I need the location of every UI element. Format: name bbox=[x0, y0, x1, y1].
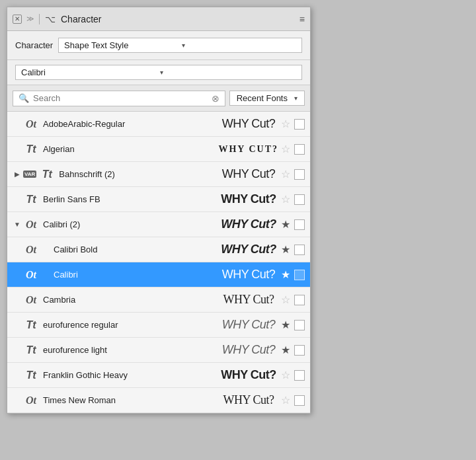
font-family-value: Calibri bbox=[21, 67, 157, 77]
opentype-icon: Ot bbox=[23, 393, 39, 408]
truetype-icon: Tt bbox=[23, 367, 39, 383]
font-checkbox[interactable] bbox=[294, 245, 305, 255]
font-preview-text: WHY Cut? bbox=[219, 243, 278, 256]
star-filled-icon[interactable]: ★ bbox=[281, 268, 290, 281]
font-preview-text: WHY Cut? bbox=[219, 117, 278, 131]
clear-search-button[interactable]: ⊗ bbox=[212, 93, 219, 104]
menu-icon[interactable]: ≡ bbox=[299, 14, 305, 24]
list-item[interactable]: OtCalibri BoldWHY Cut?★ bbox=[7, 237, 310, 262]
font-preview-text: WHY CUT? bbox=[218, 144, 278, 155]
expand-arrow-icon[interactable]: ▶ bbox=[13, 171, 22, 178]
list-item[interactable]: TtAlgerianWHY CUT?☆ bbox=[7, 137, 310, 162]
font-checkbox[interactable] bbox=[294, 144, 305, 155]
font-list: OtAdobeArabic-RegularWHY Cut?☆TtAlgerian… bbox=[7, 112, 310, 413]
list-item[interactable]: ▼OtCalibri (2)WHY Cut?★ bbox=[7, 212, 310, 237]
font-preview-text: WHY Cut? bbox=[219, 318, 278, 332]
font-preview-text: WHY Cut? bbox=[219, 268, 278, 282]
star-empty-icon[interactable]: ☆ bbox=[281, 168, 290, 180]
font-name-label: eurofurence light bbox=[43, 345, 219, 355]
font-name-label: Berlin Sans FB bbox=[43, 194, 219, 204]
star-empty-icon[interactable]: ☆ bbox=[281, 394, 290, 406]
list-item[interactable]: OtTimes New RomanWHY Cut?☆ bbox=[7, 388, 310, 413]
chevron-down-icon: ▾ bbox=[182, 42, 296, 49]
star-empty-icon[interactable]: ☆ bbox=[281, 118, 290, 130]
font-name-label: Cambria bbox=[43, 295, 219, 305]
title-bar: ✕ ≫ ⌥ Character ≡ bbox=[7, 7, 310, 31]
font-preview-text: WHY Cut? bbox=[219, 167, 278, 181]
character-panel: ✕ ≫ ⌥ Character ≡ Character Shape Text S… bbox=[7, 7, 311, 414]
font-checkbox[interactable] bbox=[294, 219, 305, 230]
font-name-label: Calibri bbox=[43, 270, 219, 280]
font-preview-text: WHY Cut? bbox=[219, 217, 278, 231]
font-checkbox[interactable] bbox=[294, 194, 305, 205]
star-empty-icon[interactable]: ☆ bbox=[281, 193, 290, 206]
list-item[interactable]: OtCalibriWHY Cut?★ bbox=[7, 262, 310, 288]
truetype-icon: Tt bbox=[23, 141, 39, 157]
font-name-label: AdobeArabic-Regular bbox=[43, 119, 219, 129]
truetype-icon: Tt bbox=[39, 167, 55, 182]
opentype-icon: Ot bbox=[23, 217, 39, 233]
search-icon: 🔍 bbox=[19, 93, 29, 103]
font-preview-text: WHY Cut? bbox=[219, 393, 278, 407]
font-checkbox[interactable] bbox=[294, 320, 305, 330]
list-item[interactable]: Tteurofurence regularWHY Cut?★ bbox=[7, 313, 310, 338]
star-filled-icon[interactable]: ★ bbox=[281, 218, 290, 231]
list-item[interactable]: OtAdobeArabic-RegularWHY Cut?☆ bbox=[7, 112, 310, 137]
expand-icon[interactable]: ≫ bbox=[26, 15, 34, 23]
truetype-icon: Tt bbox=[23, 192, 39, 208]
star-filled-icon[interactable]: ★ bbox=[281, 319, 290, 331]
font-checkbox[interactable] bbox=[294, 270, 305, 280]
opentype-icon: Ot bbox=[23, 242, 39, 258]
font-name-label: eurofurence regular bbox=[43, 320, 219, 330]
font-preview-text: WHY Cut? bbox=[219, 343, 278, 357]
font-checkbox[interactable] bbox=[294, 370, 305, 381]
opentype-icon: Ot bbox=[23, 267, 39, 283]
recent-fonts-dropdown[interactable]: Recent Fonts ▾ bbox=[229, 91, 305, 106]
search-row: 🔍 ⊗ Recent Fonts ▾ bbox=[7, 85, 310, 112]
font-checkbox[interactable] bbox=[294, 169, 305, 180]
star-empty-icon[interactable]: ☆ bbox=[281, 293, 290, 306]
font-preview-text: WHY Cut? bbox=[219, 368, 278, 382]
truetype-icon: Tt bbox=[23, 317, 39, 333]
font-name-label: Times New Roman bbox=[43, 395, 219, 405]
font-name-label: Algerian bbox=[43, 144, 218, 154]
character-label: Character bbox=[15, 40, 53, 50]
style-dropdown[interactable]: Shape Text Style ▾ bbox=[58, 38, 302, 53]
star-filled-icon[interactable]: ★ bbox=[281, 344, 290, 356]
font-family-dropdown[interactable]: Calibri ▾ bbox=[15, 65, 302, 80]
panel-title: Character bbox=[61, 14, 299, 24]
list-item[interactable]: Tteurofurence lightWHY Cut?★ bbox=[7, 338, 310, 363]
list-item[interactable]: TtFranklin Gothic HeavyWHY Cut?☆ bbox=[7, 363, 310, 388]
style-row: Character Shape Text Style ▾ bbox=[7, 31, 310, 60]
separator bbox=[39, 14, 40, 24]
style-dropdown-value: Shape Text Style bbox=[64, 40, 178, 50]
font-name-label: Bahnschrift (2) bbox=[59, 169, 219, 179]
star-empty-icon[interactable]: ☆ bbox=[281, 369, 290, 381]
collapse-arrow-icon[interactable]: ▼ bbox=[13, 221, 22, 228]
font-checkbox[interactable] bbox=[294, 395, 305, 406]
recent-fonts-label: Recent Fonts bbox=[237, 93, 288, 103]
list-item[interactable]: OtCambriaWHY Cut?☆ bbox=[7, 288, 310, 313]
var-badge: VAR bbox=[23, 171, 36, 178]
star-filled-icon[interactable]: ★ bbox=[281, 243, 290, 256]
close-button[interactable]: ✕ bbox=[13, 15, 22, 24]
list-item[interactable]: ▶VARTtBahnschrift (2)WHY Cut?☆ bbox=[7, 162, 310, 187]
font-checkbox[interactable] bbox=[294, 119, 305, 130]
font-preview-text: WHY Cut? bbox=[219, 192, 278, 206]
star-empty-icon[interactable]: ☆ bbox=[281, 143, 290, 155]
font-icon: ⌥ bbox=[45, 14, 56, 24]
opentype-icon: Ot bbox=[23, 116, 39, 132]
font-preview-text: WHY Cut? bbox=[219, 293, 278, 307]
font-family-row: Calibri ▾ bbox=[7, 60, 310, 85]
font-name-label: Calibri Bold bbox=[43, 245, 219, 254]
opentype-icon: Ot bbox=[23, 292, 39, 308]
font-checkbox[interactable] bbox=[294, 295, 305, 305]
search-box: 🔍 ⊗ bbox=[13, 91, 225, 106]
chevron-down-icon: ▾ bbox=[294, 95, 298, 102]
chevron-down-icon: ▾ bbox=[160, 69, 296, 76]
font-checkbox[interactable] bbox=[294, 345, 305, 356]
truetype-icon: Tt bbox=[23, 342, 39, 358]
search-input[interactable] bbox=[33, 93, 209, 103]
list-item[interactable]: TtBerlin Sans FBWHY Cut?☆ bbox=[7, 187, 310, 212]
font-name-label: Calibri (2) bbox=[43, 219, 219, 229]
